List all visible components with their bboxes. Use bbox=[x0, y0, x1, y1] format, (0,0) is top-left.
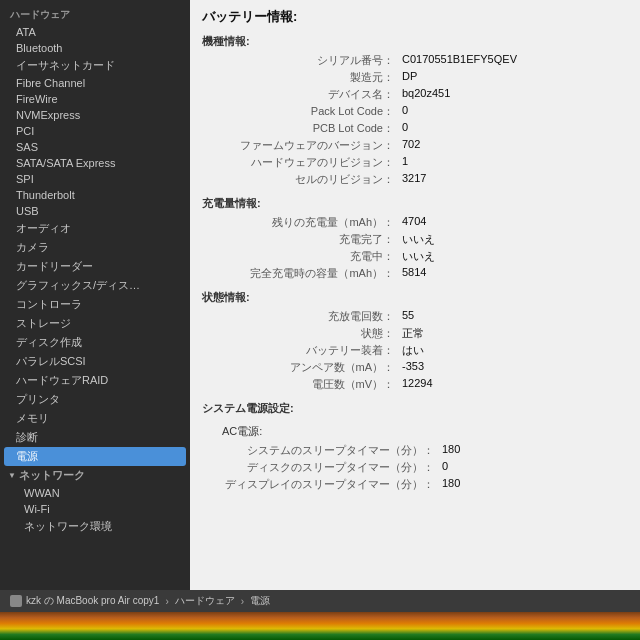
sidebar-item-network-env[interactable]: ネットワーク環境 bbox=[0, 517, 190, 536]
sidebar-item-thunderbolt[interactable]: Thunderbolt bbox=[0, 187, 190, 203]
label-cell-revision: セルのリビジョン： bbox=[202, 172, 402, 187]
sidebar-item-nvme[interactable]: NVMExpress bbox=[0, 107, 190, 123]
value-pack-lot: 0 bbox=[402, 104, 408, 119]
sidebar-item-hwraid[interactable]: ハードウェアRAID bbox=[0, 371, 190, 390]
value-condition: 正常 bbox=[402, 326, 424, 341]
info-row-full-capacity: 完全充電時の容量（mAh）： 5814 bbox=[202, 265, 628, 282]
label-condition: 状態： bbox=[202, 326, 402, 341]
value-amperage: -353 bbox=[402, 360, 424, 375]
label-amperage: アンペア数（mA）： bbox=[202, 360, 402, 375]
value-charge-done: いいえ bbox=[402, 232, 435, 247]
value-disk-sleep: 0 bbox=[442, 460, 448, 475]
value-remaining: 4704 bbox=[402, 215, 426, 230]
label-pack-lot: Pack Lot Code： bbox=[202, 104, 402, 119]
sidebar-item-audio[interactable]: オーディオ bbox=[0, 219, 190, 238]
sidebar: ハードウェア ATA Bluetooth イーサネットカード Fibre Cha… bbox=[0, 0, 190, 590]
info-row-pcb-lot: PCB Lot Code： 0 bbox=[202, 120, 628, 137]
sidebar-item-memory[interactable]: メモリ bbox=[0, 409, 190, 428]
charge-section-title: 充電量情報: bbox=[202, 196, 628, 211]
app-icon bbox=[10, 595, 22, 607]
info-row-maker: 製造元： DP bbox=[202, 69, 628, 86]
machine-section-title: 機種情報: bbox=[202, 34, 628, 49]
content-panel: バッテリー情報: 機種情報: シリアル番号： C0170551B1EFY5QEV… bbox=[190, 0, 640, 590]
value-hw-revision: 1 bbox=[402, 155, 408, 170]
info-row-device: デバイス名： bq20z451 bbox=[202, 86, 628, 103]
network-category-label: ネットワーク bbox=[19, 468, 85, 483]
content-title: バッテリー情報: bbox=[202, 8, 628, 26]
status-bar: kzk の MacBook pro Air copy1 › ハードウェア › 電… bbox=[0, 590, 640, 612]
label-system-sleep: システムのスリープタイマー（分）： bbox=[202, 443, 442, 458]
label-battery-installed: バッテリー装着： bbox=[202, 343, 402, 358]
label-charging: 充電中： bbox=[202, 249, 402, 264]
info-row-amperage: アンペア数（mA）： -353 bbox=[202, 359, 628, 376]
sidebar-item-disk[interactable]: ディスク作成 bbox=[0, 333, 190, 352]
info-row-cell-revision: セルのリビジョン： 3217 bbox=[202, 171, 628, 188]
sidebar-item-cardreader[interactable]: カードリーダー bbox=[0, 257, 190, 276]
label-disk-sleep: ディスクのスリープタイマー（分）： bbox=[202, 460, 442, 475]
label-hw-revision: ハードウェアのリビジョン： bbox=[202, 155, 402, 170]
value-system-sleep: 180 bbox=[442, 443, 460, 458]
info-row-remaining: 残りの充電量（mAh）： 4704 bbox=[202, 214, 628, 231]
info-row-cycles: 充放電回数： 55 bbox=[202, 308, 628, 325]
info-row-charging: 充電中： いいえ bbox=[202, 248, 628, 265]
sidebar-item-storage[interactable]: ストレージ bbox=[0, 314, 190, 333]
sidebar-item-controller[interactable]: コントローラ bbox=[0, 295, 190, 314]
label-display-sleep: ディスプレイのスリープタイマー（分）： bbox=[202, 477, 442, 492]
info-row-disk-sleep: ディスクのスリープタイマー（分）： 0 bbox=[202, 459, 628, 476]
status-section-title: 状態情報: bbox=[202, 290, 628, 305]
value-maker: DP bbox=[402, 70, 417, 85]
info-row-voltage: 電圧数（mV）： 12294 bbox=[202, 376, 628, 393]
info-row-fw-version: ファームウェアのバージョン： 702 bbox=[202, 137, 628, 154]
info-row-condition: 状態： 正常 bbox=[202, 325, 628, 342]
wallpaper-strip bbox=[0, 612, 640, 640]
sidebar-item-parallelscsi[interactable]: パラレルSCSI bbox=[0, 352, 190, 371]
label-device: デバイス名： bbox=[202, 87, 402, 102]
breadcrumb-part1: kzk の MacBook pro Air copy1 bbox=[26, 594, 159, 608]
sidebar-item-pci[interactable]: PCI bbox=[0, 123, 190, 139]
sidebar-item-sata[interactable]: SATA/SATA Express bbox=[0, 155, 190, 171]
info-row-battery-installed: バッテリー装着： はい bbox=[202, 342, 628, 359]
label-remaining: 残りの充電量（mAh）： bbox=[202, 215, 402, 230]
value-serial: C0170551B1EFY5QEV bbox=[402, 53, 517, 68]
sidebar-item-graphics[interactable]: グラフィックス/ディス… bbox=[0, 276, 190, 295]
triangle-icon: ▼ bbox=[8, 471, 16, 480]
sidebar-item-sas[interactable]: SAS bbox=[0, 139, 190, 155]
info-row-charge-done: 充電完了： いいえ bbox=[202, 231, 628, 248]
label-charge-done: 充電完了： bbox=[202, 232, 402, 247]
sidebar-item-ata[interactable]: ATA bbox=[0, 24, 190, 40]
info-row-pack-lot: Pack Lot Code： 0 bbox=[202, 103, 628, 120]
value-fw-version: 702 bbox=[402, 138, 420, 153]
value-battery-installed: はい bbox=[402, 343, 424, 358]
sidebar-item-printer[interactable]: プリンタ bbox=[0, 390, 190, 409]
value-pcb-lot: 0 bbox=[402, 121, 408, 136]
label-cycles: 充放電回数： bbox=[202, 309, 402, 324]
sidebar-item-firewire[interactable]: FireWire bbox=[0, 91, 190, 107]
system-section-title: システム電源設定: bbox=[202, 401, 628, 416]
info-row-system-sleep: システムのスリープタイマー（分）： 180 bbox=[202, 442, 628, 459]
sidebar-item-diagnostics[interactable]: 診断 bbox=[0, 428, 190, 447]
sidebar-item-power[interactable]: 電源 bbox=[4, 447, 186, 466]
breadcrumb-part3: 電源 bbox=[250, 594, 270, 608]
label-serial: シリアル番号： bbox=[202, 53, 402, 68]
sidebar-item-ethernet[interactable]: イーサネットカード bbox=[0, 56, 190, 75]
value-device: bq20z451 bbox=[402, 87, 450, 102]
sidebar-category-network[interactable]: ▼ ネットワーク bbox=[0, 466, 190, 485]
value-cycles: 55 bbox=[402, 309, 414, 324]
sidebar-item-camera[interactable]: カメラ bbox=[0, 238, 190, 257]
sidebar-item-bluetooth[interactable]: Bluetooth bbox=[0, 40, 190, 56]
label-full-capacity: 完全充電時の容量（mAh）： bbox=[202, 266, 402, 281]
value-full-capacity: 5814 bbox=[402, 266, 426, 281]
value-charging: いいえ bbox=[402, 249, 435, 264]
sidebar-item-usb[interactable]: USB bbox=[0, 203, 190, 219]
value-voltage: 12294 bbox=[402, 377, 433, 392]
sidebar-item-wwan[interactable]: WWAN bbox=[0, 485, 190, 501]
sidebar-item-spi[interactable]: SPI bbox=[0, 171, 190, 187]
label-voltage: 電圧数（mV）： bbox=[202, 377, 402, 392]
sidebar-section-header: ハードウェア bbox=[0, 4, 190, 24]
sidebar-item-wifi[interactable]: Wi-Fi bbox=[0, 501, 190, 517]
breadcrumb-arrow-2: › bbox=[241, 596, 244, 607]
sidebar-item-fibre[interactable]: Fibre Channel bbox=[0, 75, 190, 91]
label-maker: 製造元： bbox=[202, 70, 402, 85]
label-fw-version: ファームウェアのバージョン： bbox=[202, 138, 402, 153]
breadcrumb-part2: ハードウェア bbox=[175, 594, 235, 608]
